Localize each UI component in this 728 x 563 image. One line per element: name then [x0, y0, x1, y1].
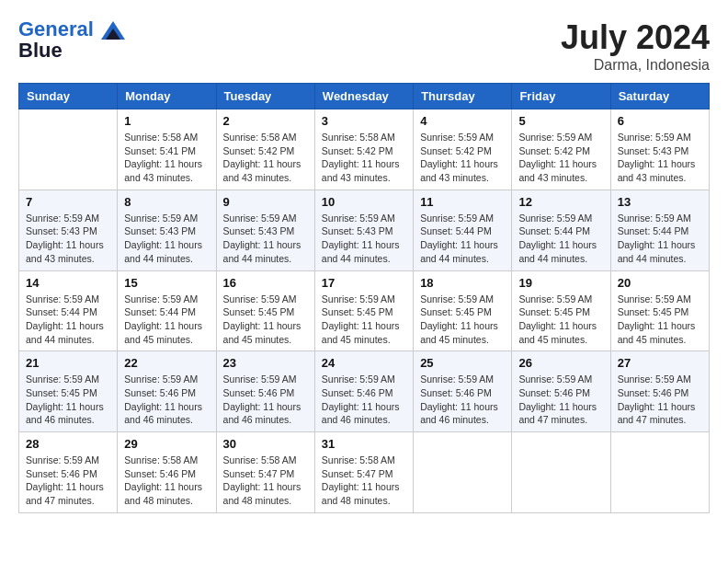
- calendar-day-cell: 21Sunrise: 5:59 AMSunset: 5:45 PMDayligh…: [19, 351, 118, 432]
- day-number: 6: [618, 114, 702, 128]
- calendar-day-cell: 5Sunrise: 5:59 AMSunset: 5:42 PMDaylight…: [512, 109, 610, 190]
- calendar-day-cell: 1Sunrise: 5:58 AMSunset: 5:41 PMDaylight…: [118, 109, 216, 190]
- day-info: Sunrise: 5:59 AMSunset: 5:43 PMDaylight:…: [618, 131, 702, 185]
- day-info: Sunrise: 5:58 AMSunset: 5:41 PMDaylight:…: [124, 131, 209, 185]
- day-info: Sunrise: 5:59 AMSunset: 5:42 PMDaylight:…: [420, 131, 505, 185]
- calendar-header-row: SundayMondayTuesdayWednesdayThursdayFrid…: [19, 84, 710, 109]
- day-number: 25: [420, 356, 505, 370]
- month-year: July 2024: [561, 18, 710, 57]
- calendar-day-cell: 16Sunrise: 5:59 AMSunset: 5:45 PMDayligh…: [216, 270, 314, 351]
- calendar-day-cell: 28Sunrise: 5:59 AMSunset: 5:46 PMDayligh…: [19, 432, 118, 513]
- day-info: Sunrise: 5:58 AMSunset: 5:42 PMDaylight:…: [223, 131, 308, 185]
- day-info: Sunrise: 5:59 AMSunset: 5:45 PMDaylight:…: [518, 293, 603, 347]
- day-info: Sunrise: 5:59 AMSunset: 5:45 PMDaylight:…: [322, 293, 406, 347]
- day-number: 17: [322, 276, 406, 290]
- calendar-day-cell: 25Sunrise: 5:59 AMSunset: 5:46 PMDayligh…: [414, 351, 512, 432]
- day-number: 27: [618, 356, 702, 370]
- day-number: 2: [223, 114, 308, 128]
- weekday-header-cell: Monday: [118, 84, 216, 109]
- day-info: Sunrise: 5:58 AMSunset: 5:46 PMDaylight:…: [124, 454, 209, 508]
- day-info: Sunrise: 5:59 AMSunset: 5:43 PMDaylight:…: [223, 212, 308, 266]
- calendar-day-cell: 7Sunrise: 5:59 AMSunset: 5:43 PMDaylight…: [19, 190, 118, 270]
- weekday-header-cell: Wednesday: [314, 84, 413, 109]
- calendar-day-cell: 24Sunrise: 5:59 AMSunset: 5:46 PMDayligh…: [314, 351, 413, 432]
- calendar-table: SundayMondayTuesdayWednesdayThursdayFrid…: [18, 83, 710, 513]
- calendar-day-cell: 4Sunrise: 5:59 AMSunset: 5:42 PMDaylight…: [414, 109, 512, 190]
- day-info: Sunrise: 5:58 AMSunset: 5:47 PMDaylight:…: [322, 454, 406, 508]
- calendar-day-cell: [610, 432, 709, 513]
- day-info: Sunrise: 5:59 AMSunset: 5:45 PMDaylight:…: [223, 293, 308, 347]
- day-number: 15: [124, 276, 209, 290]
- day-info: Sunrise: 5:59 AMSunset: 5:43 PMDaylight:…: [124, 212, 209, 266]
- calendar-day-cell: 23Sunrise: 5:59 AMSunset: 5:46 PMDayligh…: [216, 351, 314, 432]
- day-number: 18: [420, 276, 505, 290]
- day-number: 12: [518, 195, 603, 209]
- weekday-header-cell: Friday: [512, 84, 610, 109]
- day-info: Sunrise: 5:59 AMSunset: 5:46 PMDaylight:…: [26, 454, 110, 508]
- calendar-day-cell: 13Sunrise: 5:59 AMSunset: 5:44 PMDayligh…: [610, 190, 709, 270]
- day-number: 31: [322, 437, 406, 451]
- location: Darma, Indonesia: [561, 57, 710, 74]
- day-number: 30: [223, 437, 308, 451]
- calendar-day-cell: 26Sunrise: 5:59 AMSunset: 5:46 PMDayligh…: [512, 351, 610, 432]
- calendar-day-cell: [512, 432, 610, 513]
- day-number: 20: [618, 276, 702, 290]
- calendar-body: 1Sunrise: 5:58 AMSunset: 5:41 PMDaylight…: [19, 109, 710, 513]
- calendar-day-cell: 31Sunrise: 5:58 AMSunset: 5:47 PMDayligh…: [314, 432, 413, 513]
- logo-blue: Blue: [18, 39, 125, 63]
- day-number: 13: [618, 195, 702, 209]
- day-number: 29: [124, 437, 209, 451]
- calendar-day-cell: 2Sunrise: 5:58 AMSunset: 5:42 PMDaylight…: [216, 109, 314, 190]
- day-info: Sunrise: 5:58 AMSunset: 5:42 PMDaylight:…: [322, 131, 406, 185]
- logo-icon: [101, 21, 125, 40]
- calendar-day-cell: 14Sunrise: 5:59 AMSunset: 5:44 PMDayligh…: [19, 270, 118, 351]
- calendar-day-cell: 19Sunrise: 5:59 AMSunset: 5:45 PMDayligh…: [512, 270, 610, 351]
- day-info: Sunrise: 5:59 AMSunset: 5:44 PMDaylight:…: [518, 212, 603, 266]
- day-number: 21: [26, 356, 110, 370]
- calendar-day-cell: 17Sunrise: 5:59 AMSunset: 5:45 PMDayligh…: [314, 270, 413, 351]
- calendar-day-cell: 6Sunrise: 5:59 AMSunset: 5:43 PMDaylight…: [610, 109, 709, 190]
- day-info: Sunrise: 5:59 AMSunset: 5:45 PMDaylight:…: [618, 293, 702, 347]
- calendar-day-cell: 11Sunrise: 5:59 AMSunset: 5:44 PMDayligh…: [414, 190, 512, 270]
- day-info: Sunrise: 5:59 AMSunset: 5:46 PMDaylight:…: [518, 373, 603, 427]
- day-info: Sunrise: 5:58 AMSunset: 5:47 PMDaylight:…: [223, 454, 308, 508]
- day-info: Sunrise: 5:59 AMSunset: 5:45 PMDaylight:…: [420, 293, 505, 347]
- day-number: 23: [223, 356, 308, 370]
- calendar-day-cell: 30Sunrise: 5:58 AMSunset: 5:47 PMDayligh…: [216, 432, 314, 513]
- day-number: 4: [420, 114, 505, 128]
- calendar-day-cell: 20Sunrise: 5:59 AMSunset: 5:45 PMDayligh…: [610, 270, 709, 351]
- weekday-header-cell: Thursday: [414, 84, 512, 109]
- day-number: 24: [322, 356, 406, 370]
- day-info: Sunrise: 5:59 AMSunset: 5:46 PMDaylight:…: [420, 373, 505, 427]
- calendar-week-row: 21Sunrise: 5:59 AMSunset: 5:45 PMDayligh…: [19, 351, 710, 432]
- calendar-day-cell: 18Sunrise: 5:59 AMSunset: 5:45 PMDayligh…: [414, 270, 512, 351]
- calendar-day-cell: 27Sunrise: 5:59 AMSunset: 5:46 PMDayligh…: [610, 351, 709, 432]
- day-number: 14: [26, 276, 110, 290]
- day-number: 10: [322, 195, 406, 209]
- day-info: Sunrise: 5:59 AMSunset: 5:44 PMDaylight:…: [618, 212, 702, 266]
- day-info: Sunrise: 5:59 AMSunset: 5:44 PMDaylight:…: [124, 293, 209, 347]
- day-info: Sunrise: 5:59 AMSunset: 5:46 PMDaylight:…: [322, 373, 406, 427]
- weekday-header-cell: Saturday: [610, 84, 709, 109]
- calendar-day-cell: 9Sunrise: 5:59 AMSunset: 5:43 PMDaylight…: [216, 190, 314, 270]
- day-info: Sunrise: 5:59 AMSunset: 5:44 PMDaylight:…: [420, 212, 505, 266]
- day-number: 11: [420, 195, 505, 209]
- day-info: Sunrise: 5:59 AMSunset: 5:46 PMDaylight:…: [124, 373, 209, 427]
- day-number: 9: [223, 195, 308, 209]
- calendar-day-cell: 15Sunrise: 5:59 AMSunset: 5:44 PMDayligh…: [118, 270, 216, 351]
- day-info: Sunrise: 5:59 AMSunset: 5:46 PMDaylight:…: [618, 373, 702, 427]
- title-block: July 2024 Darma, Indonesia: [561, 18, 710, 74]
- calendar-week-row: 7Sunrise: 5:59 AMSunset: 5:43 PMDaylight…: [19, 190, 710, 270]
- calendar-day-cell: 22Sunrise: 5:59 AMSunset: 5:46 PMDayligh…: [118, 351, 216, 432]
- calendar-week-row: 28Sunrise: 5:59 AMSunset: 5:46 PMDayligh…: [19, 432, 710, 513]
- calendar-day-cell: 12Sunrise: 5:59 AMSunset: 5:44 PMDayligh…: [512, 190, 610, 270]
- day-number: 8: [124, 195, 209, 209]
- day-number: 22: [124, 356, 209, 370]
- calendar-day-cell: [19, 109, 118, 190]
- weekday-header-cell: Sunday: [19, 84, 118, 109]
- day-info: Sunrise: 5:59 AMSunset: 5:43 PMDaylight:…: [322, 212, 406, 266]
- calendar-day-cell: 10Sunrise: 5:59 AMSunset: 5:43 PMDayligh…: [314, 190, 413, 270]
- day-info: Sunrise: 5:59 AMSunset: 5:45 PMDaylight:…: [26, 373, 110, 427]
- day-info: Sunrise: 5:59 AMSunset: 5:42 PMDaylight:…: [518, 131, 603, 185]
- day-info: Sunrise: 5:59 AMSunset: 5:46 PMDaylight:…: [223, 373, 308, 427]
